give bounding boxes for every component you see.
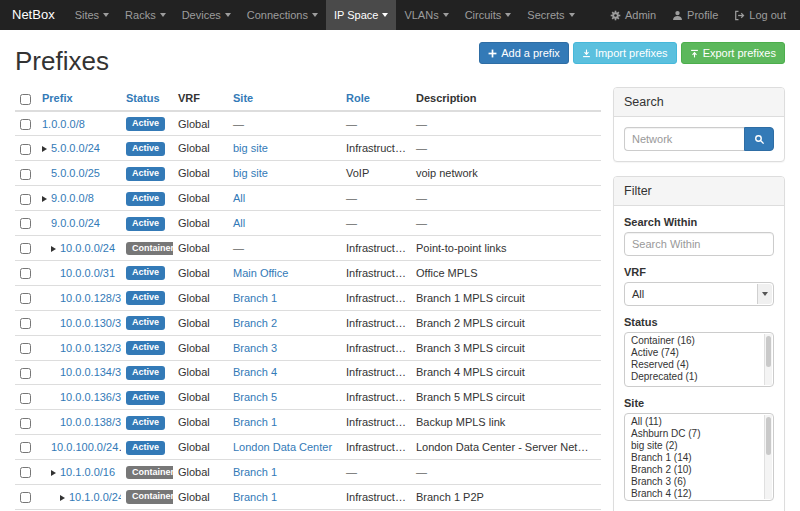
column-header-prefix[interactable]: Prefix <box>37 87 121 111</box>
listbox-option[interactable]: All (11) <box>625 416 773 428</box>
listbox-option[interactable]: big site (2) <box>625 440 773 452</box>
nav-admin[interactable]: Admin <box>602 0 664 30</box>
listbox-option[interactable]: Branch 3 (6) <box>625 476 773 488</box>
brand[interactable]: NetBox <box>0 0 67 30</box>
row-checkbox[interactable] <box>20 368 31 379</box>
site-link[interactable]: Branch 5 <box>233 391 277 403</box>
prefix-link[interactable]: 10.0.0.134/31 <box>60 366 121 378</box>
nav-item-circuits[interactable]: Circuits <box>457 0 520 30</box>
site-link[interactable]: Branch 2 <box>233 317 277 329</box>
prefix-cell: 10.1.0.0/16 <box>37 460 121 485</box>
nav-logout[interactable]: Log out <box>726 0 794 30</box>
prefix-link[interactable]: 10.0.0.136/31 <box>60 391 121 403</box>
site-cell: big site <box>228 161 341 186</box>
prefix-link[interactable]: 9.0.0.0/24 <box>51 217 100 229</box>
prefix-link[interactable]: 9.0.0.0/8 <box>51 192 94 204</box>
listbox-option[interactable]: Deprecated (1) <box>625 371 773 383</box>
prefix-link[interactable]: 10.0.0.0/31 <box>60 267 115 279</box>
site-link[interactable]: Branch 1 <box>233 416 277 428</box>
row-checkbox[interactable] <box>20 418 31 429</box>
row-checkbox[interactable] <box>20 467 31 478</box>
site-link[interactable]: Branch 3 <box>233 342 277 354</box>
row-checkbox[interactable] <box>20 268 31 279</box>
import-prefixes-button[interactable]: Import prefixes <box>573 42 677 64</box>
prefix-link[interactable]: 10.0.0.138/31 <box>60 416 121 428</box>
scrollbar[interactable] <box>764 334 772 385</box>
search-input[interactable] <box>624 127 744 151</box>
prefix-link[interactable]: 10.0.0.130/31 <box>60 317 121 329</box>
column-sort-link[interactable]: Prefix <box>42 92 73 104</box>
row-checkbox[interactable] <box>20 194 31 205</box>
site-link[interactable]: All <box>233 217 245 229</box>
column-sort-link[interactable]: Site <box>233 92 253 104</box>
column-header-role[interactable]: Role <box>341 87 411 111</box>
site-link[interactable]: Branch 1 <box>233 292 277 304</box>
vrf-cell: Global <box>173 335 228 360</box>
site-link[interactable]: Main Office <box>233 267 288 279</box>
nav-item-devices[interactable]: Devices <box>174 0 239 30</box>
site-link[interactable]: big site <box>233 142 268 154</box>
status-cell: Active <box>121 186 173 211</box>
search-button[interactable] <box>744 127 774 151</box>
listbox-option[interactable]: Container (16) <box>625 335 773 347</box>
add-prefix-button[interactable]: Add a prefix <box>479 42 569 64</box>
site-link[interactable]: big site <box>233 167 268 179</box>
search-icon <box>754 134 765 145</box>
nav-item-ip-space[interactable]: IP Space <box>326 0 396 30</box>
nav-profile[interactable]: Profile <box>664 0 726 30</box>
prefix-link[interactable]: 10.0.0.132/31 <box>60 342 121 354</box>
listbox-option[interactable]: Reserved (4) <box>625 359 773 371</box>
row-checkbox[interactable] <box>20 119 31 130</box>
column-header-site[interactable]: Site <box>228 87 341 111</box>
prefix-link[interactable]: 1.0.0.0/8 <box>42 118 85 130</box>
row-checkbox[interactable] <box>20 243 31 254</box>
select-all-checkbox[interactable] <box>20 94 31 105</box>
search-within-input[interactable] <box>624 232 774 256</box>
listbox-option[interactable]: Branch 5 (7) <box>625 500 773 501</box>
nav-item-sites[interactable]: Sites <box>67 0 117 30</box>
row-checkbox[interactable] <box>20 218 31 229</box>
site-link[interactable]: Branch 4 <box>233 366 277 378</box>
row-checkbox[interactable] <box>20 144 31 155</box>
row-checkbox[interactable] <box>20 492 31 503</box>
scrollbar[interactable] <box>764 415 772 499</box>
column-sort-link[interactable]: Status <box>126 92 160 104</box>
site-link[interactable]: Branch 1 <box>233 491 277 503</box>
description-cell: voip network <box>411 161 601 186</box>
nav-item-racks[interactable]: Racks <box>117 0 174 30</box>
row-checkbox[interactable] <box>20 293 31 304</box>
row-checkbox[interactable] <box>20 343 31 354</box>
status-listbox[interactable]: Container (16)Active (74)Reserved (4)Dep… <box>624 332 774 387</box>
nav-item-connections[interactable]: Connections <box>239 0 326 30</box>
listbox-option[interactable]: Branch 1 (14) <box>625 452 773 464</box>
prefix-link[interactable]: 10.0.100.0/24 <box>51 441 118 453</box>
column-header-status[interactable]: Status <box>121 87 173 111</box>
vrf-select[interactable]: All <box>624 282 774 306</box>
row-checkbox[interactable] <box>20 442 31 453</box>
row-checkbox[interactable] <box>20 318 31 329</box>
status-cell: Container <box>121 484 173 509</box>
status-badge: Container <box>126 490 173 504</box>
prefix-link[interactable]: 10.0.0.128/31 <box>60 292 121 304</box>
site-link[interactable]: All <box>233 192 245 204</box>
site-link[interactable]: Branch 1 <box>233 466 277 478</box>
export-prefixes-button[interactable]: Export prefixes <box>681 42 785 64</box>
prefix-link[interactable]: 5.0.0.0/24 <box>51 142 100 154</box>
nav-item-secrets[interactable]: Secrets <box>519 0 582 30</box>
status-badge: Active <box>126 117 165 131</box>
listbox-option[interactable]: Ashburn DC (7) <box>625 428 773 440</box>
listbox-option[interactable]: Active (74) <box>625 347 773 359</box>
prefix-link[interactable]: 10.1.0.0/16 <box>60 466 115 478</box>
row-checkbox[interactable] <box>20 169 31 180</box>
listbox-option[interactable]: Branch 2 (10) <box>625 464 773 476</box>
prefix-link[interactable]: 10.0.0.0/24 <box>60 242 115 254</box>
prefix-cell: 10.0.100.0/24 <box>37 435 121 460</box>
listbox-option[interactable]: Branch 4 (12) <box>625 488 773 500</box>
column-sort-link[interactable]: Role <box>346 92 370 104</box>
row-checkbox[interactable] <box>20 393 31 404</box>
site-link[interactable]: London Data Center <box>233 441 332 453</box>
site-listbox[interactable]: All (11)Ashburn DC (7)big site (2)Branch… <box>624 413 774 501</box>
nav-item-vlans[interactable]: VLANs <box>396 0 456 30</box>
prefix-link[interactable]: 5.0.0.0/25 <box>51 167 100 179</box>
prefix-link[interactable]: 10.1.0.0/24 <box>69 491 121 503</box>
